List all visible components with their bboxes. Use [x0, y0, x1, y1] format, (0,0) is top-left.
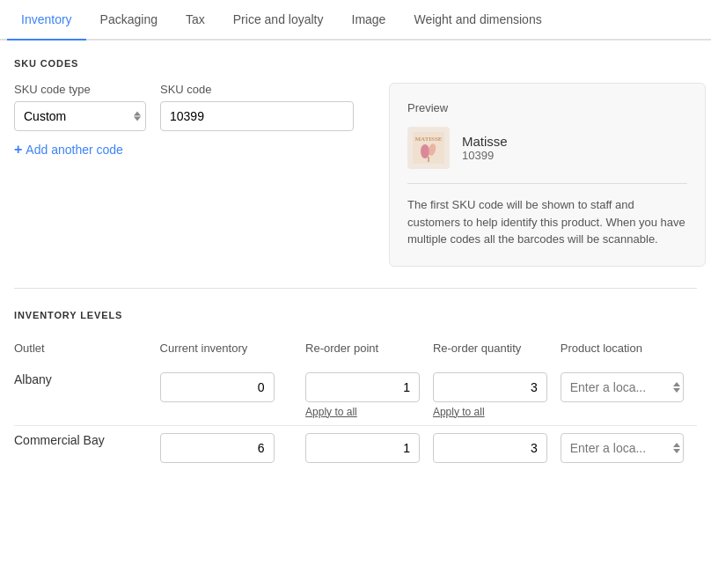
sku-section-title: SKU CODES — [14, 58, 697, 69]
location-wrapper — [561, 433, 684, 463]
sku-code-input[interactable] — [160, 101, 354, 131]
apply-reorder-qty-link[interactable]: Apply to all — [433, 406, 561, 418]
current-inventory-input[interactable] — [160, 433, 275, 463]
tab-packaging[interactable]: Packaging — [86, 0, 172, 40]
inventory-levels-section: INVENTORY LEVELS Outlet Current inventor… — [14, 310, 697, 470]
svg-text:MATISSE: MATISSE — [415, 136, 443, 143]
svg-point-2 — [421, 144, 429, 158]
add-another-code-button[interactable]: + Add another code — [14, 142, 123, 158]
apply-reorder-point-link[interactable]: Apply to all — [305, 406, 433, 418]
tab-price-and-loyalty[interactable]: Price and loyalty — [219, 0, 338, 40]
preview-divider — [407, 183, 687, 184]
location-cell — [561, 365, 697, 425]
product-info: Matisse 10399 — [462, 134, 508, 162]
table-row: Commercial Bay — [14, 426, 697, 470]
col-header-reorder-point: Re-order point — [305, 334, 433, 365]
col-header-location: Product location — [561, 334, 697, 365]
location-input[interactable] — [561, 372, 684, 402]
reorder-qty-cell — [433, 426, 561, 470]
reorder-point-cell: Apply to all — [305, 365, 433, 425]
plus-icon: + — [14, 142, 22, 158]
sku-code-label: SKU code — [160, 83, 354, 96]
current-inventory-input[interactable] — [160, 372, 275, 402]
preview-box: Preview MATISSE Matisse 10399 — [389, 83, 706, 267]
sku-code-group: SKU code — [160, 83, 354, 131]
tab-tax[interactable]: Tax — [172, 0, 219, 40]
reorder-point-cell — [305, 426, 433, 470]
preview-note: The first SKU code will be shown to staf… — [407, 196, 687, 248]
reorder-point-input[interactable] — [305, 372, 420, 402]
preview-product: MATISSE Matisse 10399 — [407, 127, 687, 169]
location-cell — [561, 426, 697, 470]
sku-type-select[interactable]: Custom — [14, 101, 146, 131]
product-sku-display: 10399 — [462, 149, 508, 162]
sku-codes-section: SKU CODES SKU code type Custom — [14, 58, 697, 267]
sku-form: SKU code type Custom SKU code — [14, 83, 354, 158]
inventory-section-title: INVENTORY LEVELS — [14, 310, 697, 320]
tab-inventory[interactable]: Inventory — [7, 0, 86, 40]
product-name: Matisse — [462, 134, 508, 149]
outlet-name: Commercial Bay — [14, 426, 160, 470]
col-header-outlet: Outlet — [14, 334, 160, 365]
reorder-point-input[interactable] — [305, 433, 420, 463]
inventory-table: Outlet Current inventory Re-order point … — [14, 334, 697, 470]
add-code-label: Add another code — [26, 143, 123, 157]
table-header-row: Outlet Current inventory Re-order point … — [14, 334, 697, 365]
sku-type-group: SKU code type Custom — [14, 83, 146, 131]
sku-type-label: SKU code type — [14, 83, 146, 96]
tab-image[interactable]: Image — [338, 0, 400, 40]
reorder-qty-input[interactable] — [433, 372, 547, 402]
tab-weight-and-dimensions[interactable]: Weight and dimensions — [399, 0, 555, 40]
location-wrapper — [561, 372, 684, 402]
table-row: Albany Apply to all Apply to all — [14, 365, 697, 425]
col-header-current: Current inventory — [160, 334, 306, 365]
outlet-name: Albany — [14, 365, 160, 425]
sku-type-select-wrapper: Custom — [14, 101, 146, 131]
col-header-reorder-qty: Re-order quantity — [433, 334, 561, 365]
current-inventory-cell — [160, 365, 306, 425]
tab-bar: InventoryPackagingTaxPrice and loyaltyIm… — [0, 0, 711, 40]
location-input[interactable] — [561, 433, 684, 463]
preview-label: Preview — [407, 101, 687, 114]
section-divider — [14, 288, 697, 289]
current-inventory-cell — [160, 426, 306, 470]
reorder-qty-cell: Apply to all — [433, 365, 561, 425]
reorder-qty-input[interactable] — [433, 433, 547, 463]
product-thumbnail: MATISSE — [407, 127, 450, 169]
